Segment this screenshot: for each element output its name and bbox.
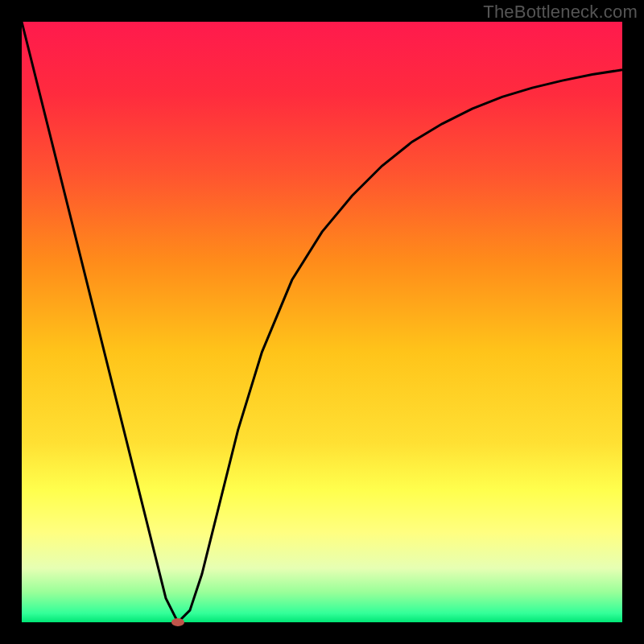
chart-frame: TheBottleneck.com <box>0 0 644 644</box>
plot-background <box>22 22 622 622</box>
bottleneck-chart <box>0 0 644 644</box>
optimal-point-marker <box>171 618 184 626</box>
watermark-text: TheBottleneck.com <box>483 2 638 23</box>
